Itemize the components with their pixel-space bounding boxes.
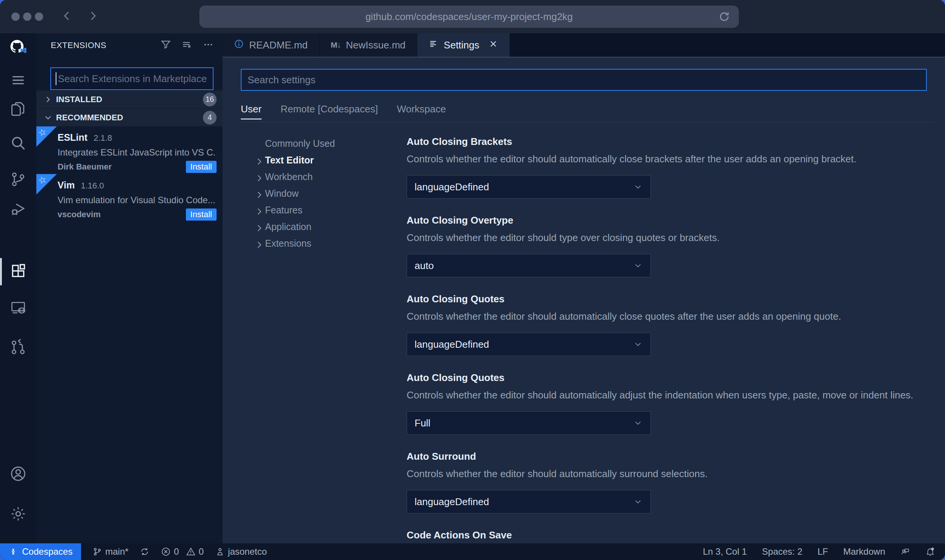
- chevron-right-icon: [254, 173, 265, 181]
- github-logo-icon: [0, 39, 36, 56]
- user-indicator[interactable]: jasonetco: [215, 546, 267, 557]
- explorer-icon[interactable]: [0, 101, 36, 117]
- settings-search-placeholder: Search settings: [242, 74, 315, 86]
- tree-item-label: Text Editor: [265, 155, 314, 166]
- tree-item-application[interactable]: Application: [241, 218, 374, 235]
- codespaces-label: Codespaces: [22, 546, 72, 557]
- notifications-button[interactable]: [925, 547, 935, 557]
- divider: [241, 122, 935, 122]
- problems-indicator[interactable]: 0 0: [161, 546, 204, 557]
- filter-icon[interactable]: [161, 39, 171, 51]
- extensions-search-placeholder: Search Extensions in Marketplace: [58, 73, 207, 85]
- window-controls[interactable]: [11, 12, 43, 21]
- select-value: Full: [415, 417, 430, 429]
- setting-title: Auto Closing Overtype: [407, 214, 927, 227]
- settings-scope-tabs: User Remote [Codespaces] Workspace: [241, 101, 927, 117]
- setting-select[interactable]: languageDefined: [407, 333, 651, 356]
- feedback-icon: [900, 547, 910, 557]
- source-control-icon[interactable]: [0, 171, 36, 188]
- menu-icon[interactable]: [0, 72, 36, 89]
- setting-title: Auto Closing Quotes: [407, 292, 927, 305]
- sync-button[interactable]: [140, 547, 150, 557]
- tree-item-window[interactable]: Window: [241, 185, 374, 202]
- extension-version: 2.1.8: [94, 132, 112, 145]
- extension-version: 1.16.0: [81, 179, 104, 192]
- back-icon[interactable]: [61, 10, 73, 23]
- setting-select[interactable]: Full: [407, 411, 651, 435]
- extension-item-vim[interactable]: ☆ Vim 1.16.0 Vim emulation for Visual St…: [36, 174, 223, 222]
- tab-settings[interactable]: Settings: [417, 33, 510, 57]
- tree-item-text-editor[interactable]: Text Editor: [241, 152, 374, 168]
- tree-item-extensions[interactable]: Extensions: [241, 235, 374, 252]
- extensions-icon[interactable]: [0, 263, 36, 279]
- install-button[interactable]: Install: [186, 208, 217, 221]
- settings-search-input[interactable]: Search settings: [241, 69, 927, 91]
- more-actions-icon[interactable]: [203, 39, 214, 51]
- feedback-button[interactable]: [900, 547, 910, 557]
- extension-author: vscodevim: [58, 208, 101, 221]
- codespaces-remote-button[interactable]: Codespaces: [0, 543, 81, 560]
- settings-editor: Search settings User Remote [Codespaces]…: [223, 58, 945, 543]
- language-mode[interactable]: Markdown: [843, 546, 885, 557]
- tree-item-features[interactable]: Features: [241, 202, 374, 218]
- github-pull-requests-icon[interactable]: [0, 339, 36, 356]
- tree-item-workbench[interactable]: Workbench: [241, 168, 374, 185]
- status-bar: Codespaces main* 0 0 jasonetco Ln 3, Col…: [0, 543, 945, 560]
- section-recommended[interactable]: RECOMMENDED 4: [36, 109, 223, 126]
- setting-select[interactable]: languageDefined: [407, 490, 651, 513]
- setting-select[interactable]: languageDefined: [407, 175, 651, 199]
- scope-tab-remote[interactable]: Remote [Codespaces]: [281, 101, 378, 117]
- run-debug-icon[interactable]: [0, 201, 36, 217]
- forward-icon[interactable]: [87, 10, 98, 23]
- setting-description: Controls whether the editor should autom…: [407, 467, 927, 480]
- address-bar[interactable]: github.com/codespaces/user-my-project-mg…: [200, 6, 739, 28]
- select-value: languageDefined: [415, 496, 489, 508]
- person-icon: [215, 547, 225, 557]
- minimize-window-button[interactable]: [23, 12, 31, 21]
- tab-label: NewIssue.md: [346, 39, 406, 51]
- remote-explorer-icon[interactable]: [0, 300, 36, 316]
- editor-tab-bar: README.md M↓ NewIssue.md Settings: [223, 33, 945, 58]
- close-window-button[interactable]: [11, 12, 20, 21]
- select-value: auto: [415, 260, 434, 272]
- extension-item-eslint[interactable]: ☆ ESLint 2.1.8 Integrates ESLint JavaScr…: [36, 126, 223, 174]
- setting-title: Auto Surround: [407, 450, 927, 463]
- tree-item-label: Commonly Used: [265, 138, 335, 149]
- clear-extensions-icon[interactable]: [182, 39, 192, 51]
- browser-window: github.com/codespaces/user-my-project-mg…: [0, 0, 945, 560]
- extensions-sidebar: EXTENSIONS Search Extensions in Marketpl…: [36, 33, 223, 543]
- error-count: 0: [174, 546, 179, 557]
- search-icon[interactable]: [0, 135, 36, 151]
- installed-count-badge: 16: [203, 93, 217, 106]
- section-label: RECOMMENDED: [56, 113, 123, 123]
- setting-auto-closing-overtype: Auto Closing Overtype Controls whether t…: [407, 214, 927, 277]
- close-tab-icon[interactable]: [488, 39, 498, 51]
- setting-select[interactable]: auto: [407, 254, 651, 277]
- account-icon[interactable]: [0, 465, 36, 482]
- setting-title: Auto Closing Brackets: [407, 135, 927, 148]
- cursor-position[interactable]: Ln 3, Col 1: [703, 546, 747, 557]
- branch-indicator[interactable]: main*: [92, 546, 128, 557]
- scope-tab-workspace[interactable]: Workspace: [397, 101, 446, 117]
- tab-readme[interactable]: README.md: [223, 33, 320, 57]
- tree-item-label: Extensions: [265, 238, 311, 249]
- setting-description: Controls whether the editor should autom…: [407, 152, 927, 165]
- reload-icon[interactable]: [719, 11, 730, 24]
- text-cursor: [56, 72, 56, 85]
- branch-name: main*: [105, 546, 128, 557]
- tree-item-commonly-used[interactable]: Commonly Used: [241, 135, 374, 152]
- extensions-search-input[interactable]: Search Extensions in Marketplace: [50, 67, 214, 90]
- install-button[interactable]: Install: [186, 161, 217, 173]
- extension-name: Vim: [58, 179, 75, 191]
- bell-icon: [925, 547, 935, 557]
- activity-bar: [0, 33, 36, 543]
- indentation[interactable]: Spaces: 2: [762, 546, 803, 557]
- section-installed[interactable]: INSTALLED 16: [36, 90, 223, 108]
- maximize-window-button[interactable]: [35, 12, 43, 21]
- chevron-down-icon: [43, 113, 53, 123]
- scope-tab-user[interactable]: User: [241, 101, 262, 117]
- settings-gear-icon[interactable]: [0, 506, 36, 522]
- eol-sequence[interactable]: LF: [817, 546, 828, 557]
- chevron-right-icon: [254, 239, 265, 247]
- tab-newissue[interactable]: M↓ NewIssue.md: [320, 33, 418, 57]
